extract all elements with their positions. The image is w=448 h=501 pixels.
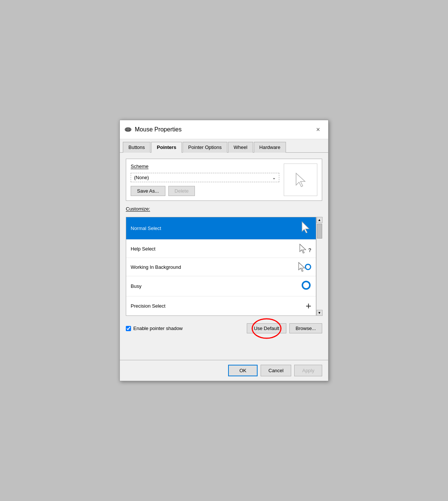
cursor-item-working[interactable]: Working In Background xyxy=(126,258,316,276)
mouse-properties-dialog: Mouse Properties × Buttons Pointers Poin… xyxy=(119,120,329,381)
title-bar: Mouse Properties × xyxy=(120,120,328,139)
enable-shadow-checkbox[interactable] xyxy=(126,326,131,331)
working-in-background-icon xyxy=(298,262,311,272)
scheme-label: Scheme xyxy=(131,164,279,169)
enable-shadow-text: Enable pointer shadow xyxy=(133,326,183,331)
cursor-working-label: Working In Background xyxy=(131,264,181,270)
cursor-help-label: Help Select xyxy=(131,246,155,252)
tab-wheel[interactable]: Wheel xyxy=(228,142,253,153)
main-content: Scheme (None) ⌄ Save As... Delete Custom… xyxy=(120,153,328,360)
tab-hardware[interactable]: Hardware xyxy=(254,142,286,153)
svg-point-8 xyxy=(302,281,310,289)
cursor-item-normal[interactable]: Normal Select xyxy=(126,217,316,240)
customize-label: Customize: xyxy=(126,206,322,212)
precision-select-icon: + xyxy=(306,300,311,312)
scroll-up-arrow[interactable]: ▲ xyxy=(317,217,323,223)
svg-point-7 xyxy=(305,264,311,270)
svg-marker-6 xyxy=(299,262,305,271)
dialog-title: Mouse Properties xyxy=(135,126,181,133)
cancel-button[interactable]: Cancel xyxy=(261,365,291,376)
chevron-down-icon: ⌄ xyxy=(272,175,276,180)
use-default-wrapper: Use Default xyxy=(247,323,286,333)
delete-button[interactable]: Delete xyxy=(168,186,195,196)
normal-select-icon xyxy=(301,221,311,236)
scheme-dropdown[interactable]: (None) ⌄ xyxy=(131,173,279,182)
scroll-thumb[interactable] xyxy=(317,224,322,239)
footer-buttons: OK Cancel Apply xyxy=(120,360,328,381)
tabs-bar: Buttons Pointers Pointer Options Wheel H… xyxy=(120,139,328,153)
cursor-list-wrapper: Normal Select Help Select ? xyxy=(126,217,322,316)
browse-button[interactable]: Browse... xyxy=(289,323,322,333)
ok-button[interactable]: OK xyxy=(228,365,258,376)
help-select-icon: ? xyxy=(299,243,311,254)
tab-pointers[interactable]: Pointers xyxy=(151,142,182,153)
cursor-list-scrollbar[interactable]: ▲ ▼ xyxy=(316,217,322,316)
tab-buttons[interactable]: Buttons xyxy=(123,142,150,153)
cursor-item-busy[interactable]: Busy xyxy=(126,276,316,296)
title-bar-left: Mouse Properties xyxy=(124,126,181,133)
scheme-preview xyxy=(284,164,317,196)
cursor-normal-label: Normal Select xyxy=(131,225,161,231)
svg-marker-5 xyxy=(300,244,306,253)
cursor-busy-label: Busy xyxy=(131,283,141,289)
cursor-item-help[interactable]: Help Select ? xyxy=(126,240,316,258)
cursor-item-precision[interactable]: Precision Select + xyxy=(126,296,316,315)
svg-marker-3 xyxy=(296,173,305,187)
cursor-precision-label: Precision Select xyxy=(131,303,165,309)
save-as-button[interactable]: Save As... xyxy=(131,186,165,196)
scheme-section: Scheme (None) ⌄ Save As... Delete xyxy=(126,159,322,201)
scroll-down-arrow[interactable]: ▼ xyxy=(317,310,323,316)
scheme-buttons: Save As... Delete xyxy=(131,186,279,196)
apply-button[interactable]: Apply xyxy=(294,365,322,376)
close-button[interactable]: × xyxy=(312,124,324,135)
mouse-icon xyxy=(124,127,132,132)
cursor-list: Normal Select Help Select ? xyxy=(126,217,316,316)
scheme-value: (None) xyxy=(134,175,149,180)
enable-shadow-label[interactable]: Enable pointer shadow xyxy=(126,326,183,331)
svg-marker-4 xyxy=(302,222,309,233)
use-default-button[interactable]: Use Default xyxy=(247,323,286,333)
preview-cursor-icon xyxy=(295,172,307,187)
pointer-shadow-row: Enable pointer shadow Use Default Browse… xyxy=(126,321,322,336)
scheme-left: Scheme (None) ⌄ Save As... Delete xyxy=(131,164,279,196)
tab-pointer-options[interactable]: Pointer Options xyxy=(183,142,227,153)
busy-icon xyxy=(301,280,311,292)
shadow-buttons: Use Default Browse... xyxy=(247,323,322,333)
